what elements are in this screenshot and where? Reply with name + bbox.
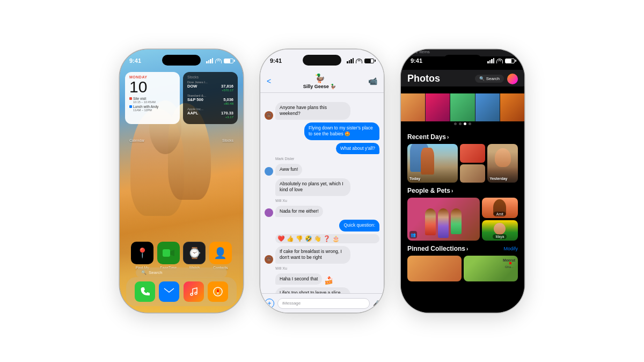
status-icons-msg [347,56,374,63]
message-2: Flying down to my sister's place to see … [265,122,379,140]
conversation-title: 🦆 Silly Geese 🦆 [303,73,336,89]
recent-days-title: Recent Days › [407,133,449,141]
dynamic-island [162,55,201,66]
pinned-item-2[interactable]: Meerut Gha... [464,256,518,281]
app-contacts[interactable]: 👤 Contacts [209,242,232,270]
search-bar[interactable]: 🔍 Search [136,267,227,278]
phone-home-screen: 9:41 MONDAY 10 [120,49,243,313]
recent-yesterday[interactable]: Yesterday [487,144,518,183]
person-amit[interactable]: Amit [482,198,518,218]
phone-photos-screen: 9:41 Photos 🔍 Search [401,49,524,313]
search-icon: 🔍 [141,270,147,275]
calendar-widget[interactable]: MONDAY 10 Site visit 10:15 – 10:45AM Lun… [125,72,180,124]
status-time: 9:41 [129,55,141,64]
message-input[interactable]: iMessage [277,298,370,309]
dock-mail[interactable] [159,281,179,302]
sender-will-1: Will Xu [275,199,379,202]
photo-strip [401,93,524,121]
back-button[interactable]: < [267,77,271,85]
stock-aapl: Apple Inc... AAPL 170.33 +3.17 [187,107,233,119]
recent-stack [460,144,485,183]
bubble-1: Anyone have plans this weekend? [275,102,350,120]
status-time-photos: 9:41 [411,55,422,64]
battery-icon-msg [364,59,374,63]
cal-event-1: Site visit [129,97,175,100]
message-1: 🐻 Anyone have plans this weekend? [265,102,379,120]
app-grid: 📍 Find My FaceTime ⌚ Watch 👤 Contacts [120,242,243,270]
pinned-item-1[interactable] [407,256,462,281]
today-label: Today [409,177,420,180]
widgets-row: MONDAY 10 Site visit 10:15 – 10:45AM Lun… [125,72,238,124]
cake-tapback: 🍰 [324,276,333,285]
message-8: 🐻 If cake for breakfast is wrong, I don'… [265,246,379,264]
recent-today[interactable]: Today [407,144,458,183]
sender-mark: Mark Disler [275,157,379,161]
message-input-bar: + iMessage 🎤 [260,293,384,313]
recent-small-1[interactable] [460,144,485,163]
widget-labels: Calendar Stocks [129,139,233,142]
people-large-group[interactable]: 👥 [407,198,480,241]
stocks-widget[interactable]: Stocks Dow Jones I... DOW 37,816 +570.17… [183,72,238,124]
pinned-row: Meerut Gha... [407,256,518,281]
plus-button[interactable]: + [265,299,274,308]
stock-dow: Dow Jones I... DOW 37,816 +570.17 [187,81,233,92]
photos-user-avatar[interactable] [507,74,518,84]
photos-content: Recent Days › Today [401,129,524,313]
bubble-9: Haha I second that [275,273,322,285]
group-icon: 👥 [409,231,417,238]
strip-thumb-1 [401,93,425,121]
dynamic-island-3 [443,55,482,66]
recent-small-2[interactable] [460,164,485,183]
wifi-icon-msg [356,59,362,63]
svg-marker-1 [170,250,174,256]
message-7: Quick question: [265,220,379,231]
carousel-dots [401,122,524,125]
battery-icon-photos [505,59,515,63]
avatar-2: 🐻 [265,255,273,264]
message-4: Aww fun! [265,164,379,175]
bubble-4: Aww fun! [275,164,302,175]
battery-icon [224,59,233,63]
phone-messages: 9:41 < 🦆 Silly Geese 🦆 📹 [260,49,384,313]
status-time-msg: 9:41 [270,55,282,64]
group-avatar-icon: 🦆 [314,73,325,83]
recent-days-header: Recent Days › [407,129,518,144]
app-watch[interactable]: ⌚ Watch [183,242,206,270]
cal-date: 10 [129,79,175,95]
avatar-1: 🐻 [265,111,273,120]
chevron-right-icon-3: › [466,246,468,252]
dock-phone[interactable] [135,281,155,302]
app-findmy[interactable]: 📍 Find My [131,242,153,270]
signal-icon-msg [347,58,354,63]
sender-will-2: Will Xu [275,266,379,270]
photos-search-button[interactable]: 🔍 Search [475,75,504,83]
people-small-col: Amit Maya [482,198,518,241]
svg-rect-0 [163,249,170,257]
mic-icon: 🎤 [373,300,379,306]
tapback-row: ❤️ 👍 👎 🤣 👋 ❓ 🎂 [275,234,379,243]
bubble-5: Absolutely no plans yet, which I kind of… [275,178,350,196]
strip-thumb-2 [426,93,450,121]
app-facetime[interactable]: FaceTime [157,242,180,270]
avatar-will [265,208,273,217]
chevron-right-icon: › [447,134,449,140]
people-pets-title: People & Pets › [407,187,453,194]
video-call-button[interactable]: 📹 [368,77,377,85]
stock-sp500: Standard &... S&P 500 5,036 +80.48 [187,94,233,105]
message-6: Nada for me either! [265,206,379,217]
status-icons-photos [487,56,515,63]
message-5: Absolutely no plans yet, which I kind of… [265,178,379,196]
messages-header: < 🦆 Silly Geese 🦆 📹 [260,70,384,93]
strip-thumb-3 [450,93,474,121]
dynamic-island-2 [303,55,341,66]
bubble-6: Nada for me either! [275,206,323,217]
avatar-mark [265,167,273,176]
modify-button[interactable]: Modify [503,246,518,251]
dock-compass[interactable] [208,281,228,302]
person-name-maya: Maya [493,234,507,239]
person-maya[interactable]: Maya [482,220,518,241]
dock-music[interactable] [184,281,204,302]
people-pets-header: People & Pets › [407,183,518,198]
phone-home: 9:41 MONDAY 10 [120,49,243,313]
bubble-8: If cake for breakfast is wrong, I don't … [275,246,350,264]
